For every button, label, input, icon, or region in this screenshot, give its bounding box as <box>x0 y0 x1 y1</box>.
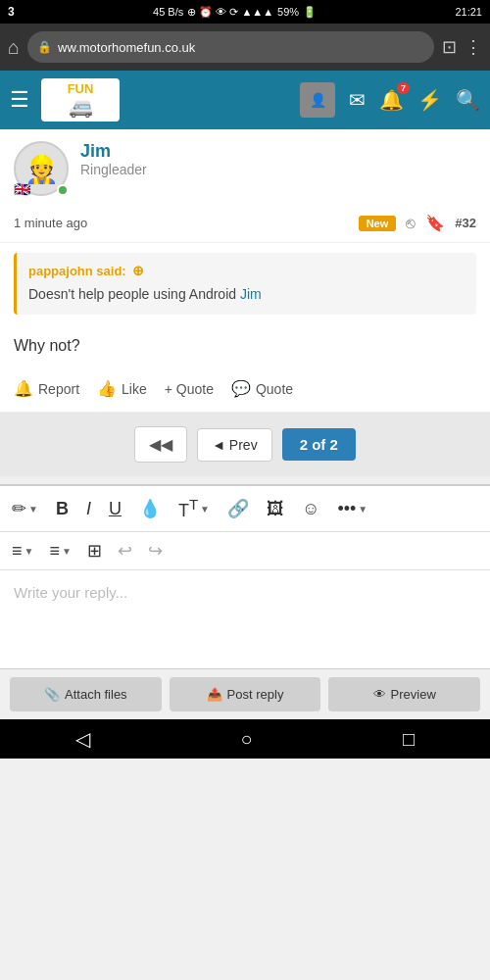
image-button[interactable]: 🖼 <box>265 497 286 521</box>
home-nav-button[interactable]: ○ <box>240 728 252 751</box>
attach-icon: 📎 <box>44 687 60 702</box>
notification-count: 7 <box>397 82 410 94</box>
battery: 59% <box>277 6 299 18</box>
like-action[interactable]: 👍 Like <box>97 379 147 398</box>
avatar-wrap: 👷 🇬🇧 <box>14 141 69 196</box>
post-reply-label: Post reply <box>227 687 284 702</box>
recent-apps-button[interactable]: □ <box>403 728 415 751</box>
eraser-icon: ✏ <box>12 498 26 519</box>
prev-page-button[interactable]: ◄ Prev <box>197 428 272 462</box>
post-number: #32 <box>455 216 476 230</box>
report-icon: 🔔 <box>14 379 33 398</box>
post-reply-button[interactable]: 📤 Post reply <box>170 677 321 711</box>
bottom-action-bar: 📎 Attach files 📤 Post reply 👁 Preview <box>0 668 490 719</box>
hamburger-menu-icon[interactable]: ☰ <box>10 87 29 113</box>
post-text: Why not? <box>14 337 80 354</box>
mail-icon[interactable]: ✉ <box>349 88 366 112</box>
quote-up-icon: ⊕ <box>132 263 144 278</box>
editor-toolbar-row1: ✏ ▼ B I U 💧 TT ▼ 🔗 🖼 ☺ ••• ▼ <box>0 486 490 532</box>
home-icon[interactable]: ⌂ <box>8 36 20 59</box>
status-left: 3 <box>8 5 15 19</box>
emoji-button[interactable]: ☺ <box>300 497 321 521</box>
like-label: Like <box>122 381 147 397</box>
editor-content[interactable]: Write your reply... <box>0 570 490 668</box>
share-icon[interactable]: ⎋ <box>406 215 416 232</box>
post-time: 1 minute ago <box>14 216 349 230</box>
image-icon: 🖼 <box>267 499 284 519</box>
more-icon[interactable]: ⋮ <box>465 36 482 58</box>
emoji-icon: ☺ <box>302 499 319 519</box>
table-icon: ⊞ <box>87 540 102 562</box>
pagination-bar: ◀◀ ◄ Prev 2 of 2 <box>0 413 490 476</box>
table-button[interactable]: ⊞ <box>85 538 104 564</box>
quote-reply-action[interactable]: 💬 Quote <box>231 379 293 398</box>
more-toolbar-icon: ••• <box>337 499 356 519</box>
italic-label: I <box>86 499 91 519</box>
bold-button[interactable]: B <box>54 497 71 521</box>
url-bar[interactable]: 🔒 ww.motorhomefun.co.uk <box>27 31 434 63</box>
current-page-text: 2 of 2 <box>300 436 338 453</box>
underline-label: U <box>109 499 122 519</box>
quote-block: pappajohn said: ⊕ Doesn't help people us… <box>14 253 476 315</box>
first-page-button[interactable]: ◀◀ <box>134 426 187 463</box>
bookmark-icon[interactable]: 🔖 <box>425 214 445 232</box>
undo-icon: ↩ <box>118 540 132 562</box>
notifications-icon[interactable]: 🔔 7 <box>379 88 404 112</box>
lightning-icon[interactable]: ⚡ <box>417 88 442 112</box>
content-area: 👷 🇬🇧 Jim Ringleader 1 minute ago New ⎋ 🔖… <box>0 129 490 413</box>
align-button[interactable]: ≡ ▼ <box>10 539 35 564</box>
underline-button[interactable]: U <box>107 497 123 521</box>
add-quote-action[interactable]: + Quote <box>165 381 214 397</box>
preview-button[interactable]: 👁 Preview <box>328 677 480 711</box>
attach-files-button[interactable]: 📎 Attach files <box>10 677 162 711</box>
data-speed: 45 B/s <box>153 6 183 18</box>
italic-button[interactable]: I <box>84 497 93 521</box>
status-time: 21:21 <box>455 6 482 18</box>
site-logo[interactable]: FUN 🚐 <box>41 78 120 122</box>
list-button[interactable]: ≡ ▼ <box>47 539 73 564</box>
add-quote-label: + Quote <box>165 381 214 397</box>
post-header: 👷 🇬🇧 Jim Ringleader <box>0 129 490 208</box>
lock-icon: 🔒 <box>37 40 52 54</box>
post-reply-icon: 📤 <box>207 687 222 702</box>
undo-button[interactable]: ↩ <box>116 538 134 564</box>
preview-icon: 👁 <box>373 687 386 702</box>
text-size-button[interactable]: TT ▼ <box>176 494 212 523</box>
flag-icon: 🇬🇧 <box>14 182 33 196</box>
browser-bar: ⌂ 🔒 ww.motorhomefun.co.uk ⊡ ⋮ <box>0 24 490 71</box>
redo-icon: ↪ <box>148 540 163 562</box>
like-icon: 👍 <box>97 379 117 398</box>
link-icon: 🔗 <box>227 498 249 519</box>
search-icon[interactable]: 🔍 <box>456 88 480 112</box>
status-center: 45 B/s ⊕ ⏰ 👁 ⟳ ▲▲▲ 59% 🔋 <box>153 6 317 19</box>
online-indicator <box>57 184 69 196</box>
color-icon: 💧 <box>139 498 161 519</box>
tab-icon[interactable]: ⊡ <box>442 36 457 58</box>
bold-label: B <box>56 499 69 519</box>
eraser-button[interactable]: ✏ ▼ <box>10 496 40 521</box>
preview-label: Preview <box>391 687 436 702</box>
quote-link[interactable]: Jim <box>240 286 262 302</box>
attach-label: Attach files <box>65 687 127 702</box>
prev-page-label: ◄ Prev <box>212 437 258 453</box>
current-page[interactable]: 2 of 2 <box>282 428 356 461</box>
user-name: Jim <box>80 141 147 162</box>
user-info: Jim Ringleader <box>80 141 147 177</box>
redo-button[interactable]: ↪ <box>146 538 165 564</box>
first-page-icon: ◀◀ <box>149 435 172 454</box>
quote-text: Doesn't help people using Android Jim <box>28 284 465 305</box>
quote-reply-label: Quote <box>256 381 293 397</box>
user-avatar-header[interactable]: 👤 <box>300 82 335 118</box>
color-button[interactable]: 💧 <box>137 496 163 521</box>
post-meta: 1 minute ago New ⎋ 🔖 #32 <box>0 208 490 243</box>
link-button[interactable]: 🔗 <box>225 496 251 521</box>
post-meta-actions: ⎋ 🔖 #32 <box>406 214 476 232</box>
report-action[interactable]: 🔔 Report <box>14 379 79 398</box>
more-toolbar-button[interactable]: ••• ▼ <box>335 497 369 521</box>
header-icons: 👤 ✉ 🔔 7 ⚡ 🔍 <box>300 82 480 118</box>
editor-placeholder: Write your reply... <box>14 584 127 601</box>
align-icon: ≡ <box>12 541 23 562</box>
back-nav-button[interactable]: ◁ <box>75 727 90 751</box>
new-badge: New <box>359 216 397 231</box>
url-text: ww.motorhomefun.co.uk <box>58 40 195 55</box>
